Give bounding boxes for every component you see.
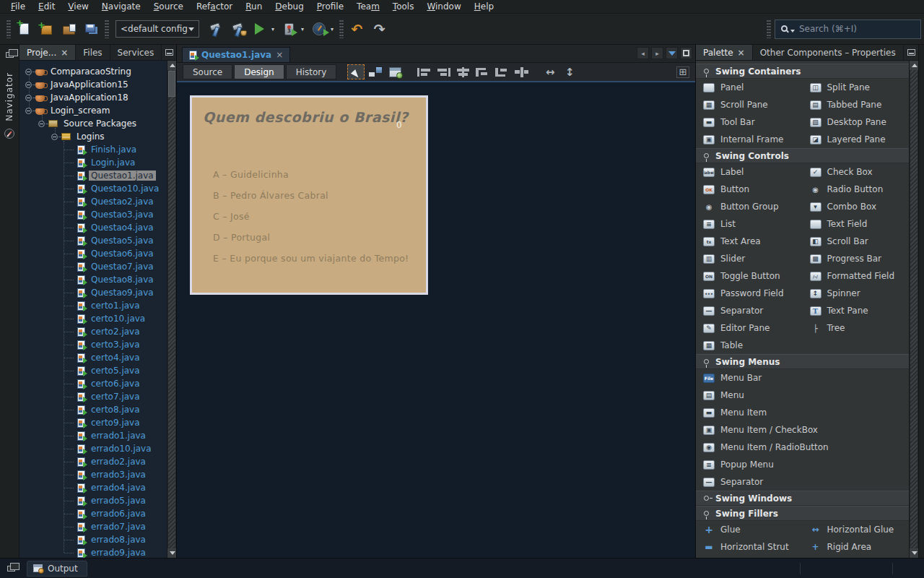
- search-input[interactable]: [799, 24, 918, 34]
- palette-item-editor-pane[interactable]: ✎Editor Pane: [696, 319, 803, 337]
- palette-item-horizontal-glue[interactable]: ↔Horizontal Glue: [803, 521, 910, 538]
- menu-profile[interactable]: Profile: [310, 1, 350, 12]
- selection-mode-button[interactable]: [347, 64, 365, 79]
- toolbar-grip[interactable]: [767, 20, 771, 38]
- menu-source[interactable]: Source: [147, 1, 190, 12]
- palette-item-label[interactable]: labelLabel: [696, 163, 803, 181]
- palette-item-slider[interactable]: ▥Slider: [696, 250, 803, 267]
- navigator-compass-icon[interactable]: [4, 129, 14, 139]
- menu-tools[interactable]: Tools: [386, 1, 421, 12]
- tree-file-questao6-java[interactable]: Questao6.java: [19, 247, 167, 260]
- palette-item-scroll-pane[interactable]: ▦Scroll Pane: [696, 96, 803, 113]
- resize-vertical-button[interactable]: ↕: [561, 64, 578, 79]
- form-option-label[interactable]: D – Portugal: [213, 232, 270, 243]
- palette-item-text-field[interactable]: Text Field: [803, 215, 910, 233]
- tree-file-certo7-java[interactable]: certo7.java: [19, 390, 167, 403]
- palette-item-tree[interactable]: ├Tree: [803, 319, 910, 337]
- palette-tab-other-components-properties[interactable]: Other Components – Properties: [753, 45, 904, 60]
- align-left-button[interactable]: [415, 64, 432, 79]
- tree-scrollbar[interactable]: [167, 61, 176, 558]
- view-button-design[interactable]: Design: [234, 64, 284, 79]
- new-file-button[interactable]: [14, 20, 34, 39]
- tree-file-certo6-java[interactable]: certo6.java: [19, 377, 167, 390]
- form-counter-label[interactable]: 0: [396, 120, 402, 130]
- menu-view[interactable]: View: [61, 1, 95, 12]
- tree-file-errado7-java[interactable]: errado7.java: [19, 520, 167, 533]
- tree-file-errado2-java[interactable]: errado2.java: [19, 455, 167, 468]
- profile-button[interactable]: [309, 20, 328, 39]
- palette-item-spinner[interactable]: ↕Spinner: [803, 285, 910, 302]
- palette-item-menu-item-radiobutton[interactable]: ◉Menu Item / RadioButton: [696, 439, 909, 456]
- close-tab-icon[interactable]: ×: [276, 50, 283, 60]
- palette-item-combo-box[interactable]: ▾Combo Box: [803, 198, 910, 215]
- resize-horizontal-button[interactable]: ↔: [541, 64, 559, 79]
- palette-item-text-pane[interactable]: TText Pane: [803, 302, 910, 319]
- palette-section-swing-controls[interactable]: Swing Controls: [696, 148, 909, 163]
- close-icon[interactable]: ×: [738, 48, 745, 58]
- palette-item-popup-menu[interactable]: ≡Popup Menu: [696, 456, 909, 473]
- palette-section-swing-containers[interactable]: Swing Containers: [696, 64, 909, 79]
- explorer-tab-proje[interactable]: Proje...×: [19, 45, 76, 60]
- tree-file-errado5-java[interactable]: errado5.java: [19, 494, 167, 507]
- palette-item-table[interactable]: ▦Table: [696, 337, 803, 354]
- tree-toggle-icon[interactable]: [38, 121, 45, 127]
- menu-edit[interactable]: Edit: [32, 1, 61, 12]
- build-button[interactable]: [205, 20, 225, 39]
- debug-dropdown-icon[interactable]: ▾: [301, 26, 304, 33]
- design-canvas[interactable]: Quem descobriu o Brasil? 0 A – Guidelici…: [177, 82, 695, 558]
- tree-file-questao2-java[interactable]: Questao2.java: [19, 195, 167, 208]
- preview-design-button[interactable]: [386, 64, 404, 79]
- show-grid-button[interactable]: ⊞: [676, 66, 689, 78]
- tree-file-certo4-java[interactable]: certo4.java: [19, 351, 167, 364]
- tree-toggle-icon[interactable]: [25, 69, 32, 75]
- scroll-down-button[interactable]: [910, 548, 918, 558]
- palette-item-rigid-area[interactable]: +Rigid Area: [803, 538, 910, 556]
- menu-refactor[interactable]: Refactor: [190, 1, 239, 12]
- toolbar-grip[interactable]: [339, 20, 344, 38]
- undo-button[interactable]: ↶: [347, 20, 367, 39]
- toolbar-grip[interactable]: [6, 20, 11, 38]
- anchor-bottom-button[interactable]: [493, 64, 510, 79]
- palette-item-formatted-field[interactable]: /-/Formatted Field: [803, 267, 910, 285]
- section-toggle-icon[interactable]: [704, 359, 709, 364]
- connection-mode-button[interactable]: [367, 64, 384, 79]
- tree-file-certo1-java[interactable]: certo1.java: [19, 299, 167, 312]
- palette-item-tabbed-pane[interactable]: ▤Tabbed Pane: [803, 96, 910, 113]
- scroll-up-button[interactable]: [910, 61, 918, 70]
- profile-dropdown-icon[interactable]: ▾: [331, 26, 334, 33]
- scrollbar-track[interactable]: [910, 70, 918, 548]
- menu-run[interactable]: Run: [239, 1, 269, 12]
- form-option-label[interactable]: E – Eu porque sou um viajante do Tempo!: [213, 253, 409, 264]
- palette-item-panel[interactable]: Panel: [696, 79, 803, 96]
- scrollbar-track[interactable]: [168, 70, 175, 548]
- tree-file-questao8-java[interactable]: Questao8.java: [19, 273, 167, 286]
- menu-help[interactable]: Help: [468, 1, 500, 12]
- palette-item-button[interactable]: OKButton: [696, 181, 803, 198]
- palette-scrollbar[interactable]: [909, 61, 918, 558]
- dock-windows-icon[interactable]: [7, 566, 15, 571]
- explorer-tab-files[interactable]: Files: [76, 45, 110, 60]
- tree-node-logins[interactable]: Logins: [19, 130, 167, 143]
- section-toggle-icon[interactable]: [704, 69, 709, 74]
- palette-item-menu[interactable]: ▤Menu: [696, 387, 909, 404]
- palette-tab-palette[interactable]: Palette×: [696, 45, 753, 60]
- palette-item-menu-item-checkbox[interactable]: ▣Menu Item / CheckBox: [696, 421, 909, 439]
- close-icon[interactable]: ×: [61, 48, 68, 58]
- palette-item-desktop-pane[interactable]: ▧Desktop Pane: [803, 113, 910, 131]
- config-combobox[interactable]: <default config>: [116, 20, 199, 38]
- toolbar-grip[interactable]: [105, 20, 109, 38]
- clean-build-button[interactable]: [227, 20, 247, 39]
- palette-item-progress-bar[interactable]: ▩Progress Bar: [803, 250, 910, 267]
- new-project-button[interactable]: [37, 20, 56, 39]
- palette-item-separator[interactable]: —Separator: [696, 302, 803, 319]
- explorer-tab-services[interactable]: Services: [110, 45, 162, 60]
- tree-file-errado8-java[interactable]: errado8.java: [19, 533, 167, 546]
- editor-tab-questao1[interactable]: Questao1.java ×: [182, 47, 290, 62]
- section-toggle-icon[interactable]: [704, 511, 709, 516]
- tree-file-errado6-java[interactable]: errado6.java: [19, 507, 167, 520]
- palette-item-glue[interactable]: +Glue: [696, 521, 803, 538]
- tree-file-errado9-java[interactable]: errado9.java: [19, 546, 167, 558]
- palette-item-password-field[interactable]: •••Password Field: [696, 285, 803, 302]
- tree-file-questao10-java[interactable]: Questao10.java: [19, 182, 167, 195]
- tree-file-login-java[interactable]: Login.java: [19, 156, 167, 169]
